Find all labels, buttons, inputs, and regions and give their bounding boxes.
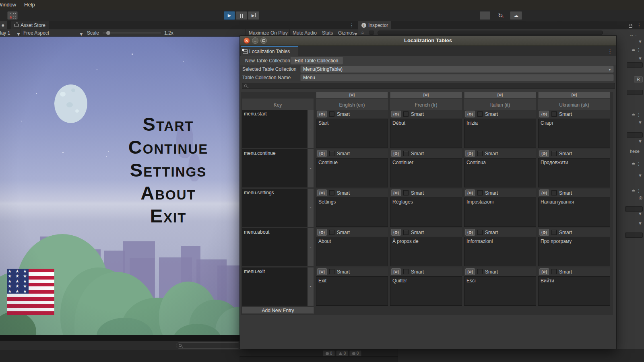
translation-field[interactable]: Продовжити [538, 158, 610, 187]
metadata-icon-button[interactable]: {⚙} [391, 111, 401, 117]
tab-game-partial[interactable]: e [0, 21, 7, 29]
smart-checkbox[interactable] [477, 230, 483, 235]
translation-field[interactable]: Esci [464, 276, 536, 306]
translation-field[interactable]: Réglages [390, 197, 462, 227]
dropdown-arrow-icon[interactable]: ▼ [638, 56, 642, 61]
row-resize-handle[interactable]: - [308, 149, 314, 187]
gizmos-dropdown[interactable]: Gizmos [338, 30, 355, 36]
translation-field[interactable]: Continua [464, 158, 536, 187]
key-cell[interactable]: menu.about [242, 228, 308, 266]
translation-field[interactable]: Вийти [538, 276, 610, 306]
selected-table-collection-dropdown[interactable]: Menu(StringTable) ▼ [300, 66, 614, 73]
translation-field[interactable]: Quitter [390, 276, 462, 306]
scale-slider[interactable] [103, 33, 161, 33]
window-kebab-menu[interactable]: ⋮ [607, 48, 613, 54]
translation-field[interactable]: Start [316, 119, 388, 148]
metadata-icon-button[interactable]: {⚙} [539, 111, 549, 117]
translation-field[interactable]: À propos de [390, 237, 462, 266]
new-table-collection-button[interactable]: New Table Collection [242, 57, 294, 64]
smart-checkbox[interactable] [477, 151, 483, 156]
cloud-button[interactable]: ☁ [510, 11, 522, 20]
smart-checkbox[interactable] [403, 190, 409, 195]
smart-checkbox[interactable] [329, 151, 334, 156]
console-warning-toggle[interactable]: 0 [336, 350, 348, 356]
metadata-icon-button[interactable]: {⚙} [539, 268, 549, 275]
dropdown-arrow-icon[interactable]: ▼ [638, 39, 642, 44]
column-header-Ukrainian (uk)[interactable]: Ukrainian (uk) [538, 99, 610, 110]
translation-field[interactable]: Début [390, 119, 462, 148]
metadata-icon-button[interactable]: {⚙} [317, 268, 327, 275]
tab-localization-tables[interactable]: Localization Tables [241, 46, 298, 56]
smart-checkbox[interactable] [329, 111, 334, 117]
active-checkbox[interactable] [369, 31, 374, 35]
game-view-kebab-menu[interactable]: ⋮ [349, 23, 354, 28]
metadata-icon-button[interactable]: {⚙} [391, 150, 401, 157]
dropdown-arrow-icon[interactable]: ▼ [638, 211, 642, 216]
metadata-icon-button[interactable]: {⚙} [391, 189, 401, 196]
mute-audio-toggle[interactable]: Mute Audio [293, 30, 317, 36]
metadata-icon-button[interactable]: {⚙} [391, 268, 401, 275]
add-new-entry-button[interactable]: Add New Entry [242, 307, 314, 314]
component-header-icons[interactable]: ≐ ⋮ [632, 47, 641, 53]
smart-checkbox[interactable] [477, 111, 483, 117]
project-search-input[interactable] [176, 342, 241, 349]
translation-field[interactable]: Старт [538, 119, 610, 148]
key-cell[interactable]: menu.continue [242, 149, 308, 187]
component-header-icons[interactable]: ≐ ⋮ [632, 112, 641, 117]
translation-field[interactable]: Settings [316, 197, 388, 227]
row-resize-handle[interactable]: - [308, 110, 314, 148]
translation-field[interactable]: Налаштування [538, 197, 610, 227]
smart-checkbox[interactable] [551, 269, 557, 274]
scale-slider-knob[interactable] [106, 31, 110, 35]
console-error-toggle[interactable]: 0 [349, 350, 361, 356]
metadata-icon-button[interactable]: {⚙} [391, 229, 401, 236]
smart-checkbox[interactable] [551, 190, 557, 195]
key-cell[interactable]: menu.settings [242, 189, 308, 227]
smart-checkbox[interactable] [403, 230, 409, 235]
key-cell[interactable]: menu.exit [242, 267, 308, 306]
column-header-key[interactable]: Key [242, 99, 314, 110]
metadata-icon-button[interactable]: {⚙} [465, 268, 475, 275]
metadata-icon-button[interactable]: {⚙} [539, 150, 549, 157]
maximize-on-play-toggle[interactable]: Maximize On Play [249, 30, 288, 36]
gameobject-name-field[interactable] [378, 31, 603, 35]
table-search-input[interactable] [242, 83, 615, 89]
metadata-icon-button[interactable]: {⚙} [539, 229, 549, 236]
translation-field[interactable]: Informazioni [464, 237, 536, 266]
inspector-kebab-menu[interactable]: ⋮ [637, 23, 642, 28]
smart-checkbox[interactable] [551, 111, 557, 117]
row-resize-handle[interactable]: - [308, 228, 314, 266]
tab-asset-store[interactable]: Asset Store [11, 21, 49, 29]
translation-field[interactable]: Inizia [464, 119, 536, 148]
column-metadata-button[interactable]: {⚙} [390, 92, 462, 98]
translation-field[interactable]: Continue [316, 158, 388, 187]
smart-checkbox[interactable] [477, 190, 483, 195]
metadata-icon-button[interactable]: {⚙} [317, 189, 327, 196]
smart-checkbox[interactable] [403, 151, 409, 156]
metadata-icon-button[interactable]: {⚙} [317, 150, 327, 157]
smart-checkbox[interactable] [403, 111, 409, 117]
smart-checkbox[interactable] [329, 269, 334, 274]
metadata-icon-button[interactable]: {⚙} [465, 150, 475, 157]
smart-checkbox[interactable] [329, 190, 334, 195]
translation-field[interactable]: Continuer [390, 158, 462, 187]
dropdown-arrow-icon[interactable]: ▼ [638, 120, 642, 125]
rotation-tool-button[interactable]: R [634, 76, 643, 82]
step-button[interactable]: ▶ [248, 11, 259, 20]
component-header-icons[interactable]: ≐ ⋮ [632, 161, 641, 167]
smart-checkbox[interactable] [551, 151, 557, 156]
dropdown-arrow-icon[interactable]: ▼ [638, 173, 642, 178]
row-resize-handle[interactable]: - [308, 189, 314, 227]
smart-checkbox[interactable] [477, 269, 483, 274]
menu-window[interactable]: Window [0, 2, 16, 8]
metadata-icon-button[interactable]: {⚙} [465, 111, 475, 117]
console-info-toggle[interactable]: 0 [323, 350, 335, 356]
row-resize-handle[interactable]: - [308, 267, 314, 306]
target-icon[interactable]: ◎ [639, 195, 643, 200]
edit-table-collection-button[interactable]: Edit Table Collection [291, 57, 343, 64]
window-titlebar[interactable]: ✕ – Localization Tables [240, 36, 616, 46]
translation-field[interactable]: About [316, 237, 388, 266]
metadata-icon-button[interactable]: {⚙} [465, 189, 475, 196]
smart-checkbox[interactable] [329, 230, 334, 235]
metadata-icon-button[interactable]: {⚙} [317, 111, 327, 117]
